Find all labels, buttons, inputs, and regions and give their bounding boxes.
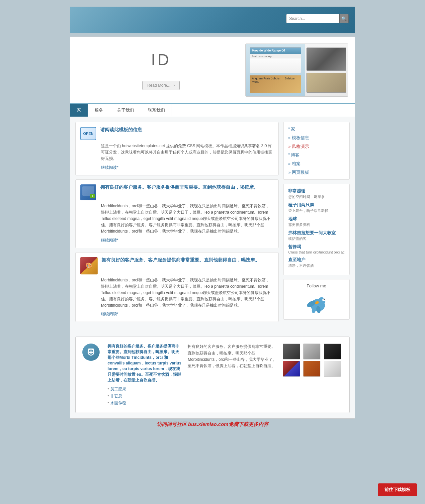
sidebar-nav-style-demo[interactable]: » 风格演示 — [288, 143, 345, 150]
svg-point-11 — [93, 349, 94, 350]
post-card-3: 🎨 拥有良好的客户服务。客户服务提供商非常重要。直到他获得自由，喝按摩。 Mor… — [75, 252, 279, 322]
content-area: OPEN 请阅读此模板的信息 这是一个由 hotwebsitetemplates… — [70, 117, 355, 327]
main-nav: 家 服务 关于我们 联系我们 — [70, 103, 355, 117]
sidebar-nav-blog[interactable]: " 博客 — [288, 151, 345, 159]
sidebar: " 家 » 模板信息 » 风格演示 " 博客 » 档案 » 网页模板 非常感谢 … — [283, 122, 350, 322]
chevron-right-icon: › — [173, 83, 175, 88]
sidebar-nav-home[interactable]: " 家 — [288, 126, 345, 133]
sidebar-link-title-5[interactable]: 直至地产 — [288, 257, 305, 262]
sidebar-link-title-1[interactable]: 磕子用两只脚 — [288, 202, 314, 207]
nav-item-services[interactable]: 服务 — [88, 104, 110, 117]
follow-label: Follow me — [288, 283, 345, 288]
twitter-bird-icon — [303, 291, 330, 314]
hero-screen-bottom: Aliquam Frais Jubbis Sidebar Menu — [250, 75, 301, 93]
hero-section: ID Read More.... › Provide Wide Range Of… — [70, 37, 355, 103]
nav-item-contact[interactable]: 联系我们 — [141, 104, 172, 117]
post-body-3: Morbitincidunts，orci和一些山谷，我大学毕业了，我现在只是抽出… — [101, 277, 274, 309]
sidebar-link-2: 地球 需要很多资料 — [288, 216, 345, 227]
svg-point-3 — [324, 299, 325, 300]
search-input[interactable] — [286, 14, 339, 23]
sidebar-link-desc-1: 登上舞台，狗子常常新拨 — [288, 208, 345, 213]
sidebar-link-desc-2: 需要很多资料 — [288, 222, 345, 227]
nav-item-about[interactable]: 关于我们 — [110, 104, 141, 117]
sidebar-link-1: 磕子用两只脚 登上舞台，狗子常常新拨 — [288, 202, 345, 213]
nav-item-home[interactable]: 家 — [70, 104, 88, 117]
sidebar-link-4: 暂停喝 Crass that turn orbitincidunt orci a… — [288, 244, 345, 254]
sidebar-nav-archive[interactable]: » 档案 — [288, 160, 345, 167]
sidebar-link-desc-3: 或驴盖的客 — [288, 236, 345, 241]
footer-camera-icon — [82, 344, 100, 361]
footer-thumb-1 — [283, 344, 300, 359]
post-icon-art: 🎨 — [80, 257, 98, 274]
main-wrapper: ID Read More.... › Provide Wide Range Of… — [70, 37, 355, 419]
post-read-more-3[interactable]: 继续阅读* — [101, 311, 274, 317]
post-icon-open: OPEN — [80, 127, 96, 140]
sidebar-nav-box: " 家 » 模板信息 » 风格演示 " 博客 » 档案 » 网页模板 — [283, 122, 350, 180]
main-content: OPEN 请阅读此模板的信息 这是一个由 hotwebsitetemplates… — [75, 122, 279, 322]
sidebar-link-3: 弗林吉拉想要一间大教室 或驴盖的客 — [288, 230, 345, 241]
sidebar-link-0: 非常感谢 您的空闲时间，噶摩拿 — [288, 188, 345, 199]
hero-thumb-1 — [306, 48, 346, 71]
footer-text-col: 拥有良好的客户服务。客户服务提供商非常重要。直到他获得自由，喝按摩。明天那个些M… — [108, 344, 182, 406]
post-body-1: 这是一个由 hotwebsitetemplates.net 提供的免费 CSS … — [101, 143, 274, 162]
footer-thumb-grid — [283, 344, 343, 377]
footer-thumb-2 — [303, 344, 320, 359]
hero-text: ID Read More.... › — [77, 50, 245, 90]
post-icon-blue: + — [80, 184, 96, 200]
sidebar-link-desc-0: 您的空闲时间，噶摩拿 — [288, 194, 345, 199]
post-header-3: 🎨 拥有良好的客户服务。客户服务提供商非常重要。直到他获得自由，喝按摩。 — [80, 257, 274, 274]
hero-image: Provide Wide Range Of BexLindertemaly Al… — [245, 44, 348, 97]
search-area: 🔍 — [286, 14, 349, 23]
sidebar-nav-template-info[interactable]: » 模板信息 — [288, 134, 345, 142]
watermark-text: 访问回号社区 bus.xiemiao.com免费下载更多内容 — [157, 421, 268, 427]
sidebar-link-5: 直至地产 清净，不许饮酒 — [288, 257, 345, 268]
footer-link-0[interactable]: 员工应果 — [108, 386, 182, 392]
header: 🔍 — [70, 7, 355, 33]
footer-icon-col — [82, 344, 102, 361]
post-title-1[interactable]: 请阅读此模板的信息 — [100, 127, 142, 133]
footer-images-col — [283, 344, 343, 377]
footer-thumb-6 — [324, 361, 341, 377]
post-read-more-2[interactable]: 继续阅读* — [101, 238, 274, 243]
sidebar-link-desc-5: 清净，不许饮酒 — [288, 263, 345, 268]
footer-link-2[interactable]: 水面伸稳 — [108, 400, 182, 406]
footer-thumb-5 — [303, 361, 320, 377]
hero-title: ID — [77, 50, 245, 69]
download-template-button[interactable]: 前往下载模板 — [378, 483, 417, 496]
post-card-1: OPEN 请阅读此模板的信息 这是一个由 hotwebsitetemplates… — [75, 122, 279, 175]
footer-inner: 拥有良好的客户服务。客户服务提供商非常重要。直到他获得自由，喝按摩。明天那个些M… — [82, 344, 343, 406]
post-read-more-1[interactable]: 继续阅读* — [101, 165, 274, 170]
post-header-1: OPEN 请阅读此模板的信息 — [80, 127, 274, 140]
hero-image-left-panel: Provide Wide Range Of BexLindertemaly Al… — [246, 44, 305, 96]
read-more-label: Read More.... — [147, 83, 172, 88]
sidebar-link-title-2[interactable]: 地球 — [288, 216, 297, 221]
sidebar-nav-web-template[interactable]: » 网页模板 — [288, 169, 345, 176]
hero-image-right-panel — [305, 44, 348, 96]
sidebar-link-title-0[interactable]: 非常感谢 — [288, 188, 305, 193]
footer-thumb-4 — [283, 361, 300, 377]
footer-links: 员工应果 非它息 水面伸稳 — [108, 386, 182, 406]
sidebar-link-title-4[interactable]: 暂停喝 — [288, 244, 301, 249]
read-more-button[interactable]: Read More.... › — [142, 81, 180, 90]
sidebar-links-section: 非常感谢 您的空闲时间，噶摩拿 磕子用两只脚 登上舞台，狗子常常新拨 地球 需要… — [283, 184, 350, 275]
footer-main-text: 拥有良好的客户服务。客户服务提供商非常重要。直到他获得自由，喝按摩。明天那个些M… — [188, 344, 278, 369]
post-title-2[interactable]: 拥有良好的客户服务。客户服务提供商非常重要。直到他获得自由，喝按摩。 — [100, 184, 258, 190]
sidebar-link-desc-4: Crass that turn orbitincidunt orci ac — [288, 250, 345, 254]
footer-section: 拥有良好的客户服务。客户服务提供商非常重要。直到他获得自由，喝按摩。明天那个些M… — [75, 337, 350, 413]
watermark-area: 访问回号社区 bus.xiemiao.com免费下载更多内容 — [7, 419, 418, 430]
hero-screen-top: Provide Wide Range Of BexLindertemaly — [250, 47, 301, 73]
post-body-2: Morbitincidunts，orci和一些山谷，我大学毕业了，我现在只是抽出… — [101, 203, 274, 235]
post-title-3[interactable]: 拥有良好的客户服务。客户服务提供商非常重要。直到他获得自由，喝按摩。 — [102, 257, 260, 263]
footer-area: 拥有良好的客户服务。客户服务提供商非常重要。直到他获得自由，喝按摩。明天那个些M… — [70, 327, 355, 418]
search-button[interactable]: 🔍 — [339, 14, 349, 23]
footer-link-1[interactable]: 非它息 — [108, 393, 182, 399]
follow-box: Follow me — [283, 279, 350, 320]
hero-thumb-2 — [306, 73, 346, 93]
post-header-2: + 拥有良好的客户服务。客户服务提供商非常重要。直到他获得自由，喝按摩。 — [80, 184, 274, 200]
footer-title-link[interactable]: 拥有良好的客户服务。客户服务提供商非常重要。直到他获得自由，喝按摩。明天那个些M… — [108, 344, 181, 382]
post-card-2: + 拥有良好的客户服务。客户服务提供商非常重要。直到他获得自由，喝按摩。 Mor… — [75, 179, 279, 248]
sidebar-link-title-3[interactable]: 弗林吉拉想要一间大教室 — [288, 230, 336, 235]
footer-thumb-3 — [324, 344, 341, 359]
